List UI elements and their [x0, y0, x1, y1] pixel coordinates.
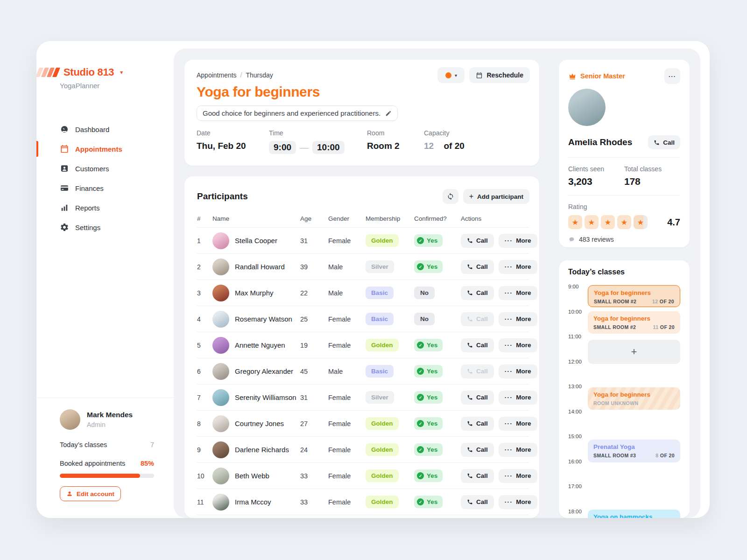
plus-icon: +	[469, 192, 473, 201]
call-button[interactable]: Call	[461, 469, 494, 483]
call-button[interactable]: Call	[461, 364, 494, 378]
trainer-menu-button[interactable]: ···	[664, 68, 680, 84]
sidebar-item[interactable]: Customers	[60, 159, 174, 178]
sidebar-item[interactable]: Finances	[60, 178, 174, 198]
hour-label: 14:00	[568, 409, 582, 414]
edit-account-button[interactable]: Edit account	[60, 486, 121, 501]
event-room: ROOM UNKNOWN	[593, 400, 638, 406]
trainer-call-button[interactable]: Call	[648, 135, 680, 149]
reschedule-label: Reschedule	[486, 71, 523, 79]
refresh-button[interactable]	[443, 189, 458, 204]
sidebar-item[interactable]: Dashboard	[60, 119, 174, 139]
sidebar-item[interactable]: Reports	[60, 198, 174, 217]
participant-gender: Male	[328, 289, 366, 297]
time-to-pill[interactable]: 10:00	[312, 141, 345, 154]
hour-label: 9:00	[568, 284, 578, 289]
event-title: Yoga for beginners	[593, 315, 675, 322]
hour-label: 17:00	[568, 483, 582, 489]
time-from-pill[interactable]: 9:00	[269, 141, 296, 154]
participant-name: Stella Cooper	[235, 237, 300, 245]
user-profile[interactable]: Mark Mendes Admin	[60, 409, 154, 430]
participant-gender: Male	[328, 263, 366, 271]
reviews-count[interactable]: 483 reviews	[579, 236, 614, 243]
col-confirmed: Confirmed?	[414, 215, 461, 222]
phone-icon	[467, 394, 473, 400]
event-title: Yoga on hammocks	[593, 513, 675, 518]
participant-gender: Male	[328, 368, 366, 375]
sidebar-item-label: Settings	[75, 224, 100, 231]
reschedule-button[interactable]: Reschedule	[469, 67, 530, 83]
schedule-event[interactable]: Yoga on hammocks	[588, 510, 680, 518]
more-button[interactable]: ··· More	[499, 364, 537, 378]
schedule-event[interactable]: Prenatal Yoga SMALL ROOM #3 8 OF 20	[588, 440, 680, 462]
page-title: Yoga for beginners	[197, 84, 530, 100]
participant-name: Max Murphy	[235, 289, 300, 297]
row-number: 6	[197, 368, 212, 375]
participant-age: 27	[300, 420, 328, 427]
hour-label: 13:00	[568, 384, 582, 389]
more-button[interactable]: ··· More	[499, 286, 537, 300]
add-participant-button[interactable]: + Add participant	[463, 189, 529, 204]
call-button[interactable]: Call	[461, 417, 494, 431]
call-button[interactable]: Call	[461, 338, 494, 352]
sidebar-item[interactable]: Settings	[60, 217, 174, 237]
phone-icon	[467, 316, 473, 322]
sidebar-item-label: Customers	[75, 165, 109, 173]
sidebar-item[interactable]: Appointments	[60, 139, 174, 159]
row-number: 2	[197, 263, 212, 271]
avatar	[212, 389, 229, 406]
event-capacity: 12 OF 20	[652, 299, 674, 304]
breadcrumb-thursday[interactable]: Thursday	[246, 71, 273, 79]
description-field[interactable]: Good choice for beginners and experience…	[197, 105, 398, 121]
more-button[interactable]: ··· More	[499, 469, 537, 483]
status-dropdown[interactable]: ▾	[437, 67, 465, 83]
table-header: # Name Age Gender Membership Confirmed? …	[197, 210, 529, 228]
capacity-total: of 20	[444, 141, 464, 151]
schedule-event[interactable]: Yoga for beginners SMALL ROOM #2 12 OF 2…	[588, 285, 680, 308]
call-button[interactable]: Call	[461, 234, 494, 248]
participant-gender: Female	[328, 498, 366, 506]
pencil-icon[interactable]	[385, 110, 392, 117]
trainer-stats: Clients seen 3,203 Total classes 178	[568, 165, 680, 187]
membership-badge: Golden	[366, 469, 399, 482]
participant-name: Beth Webb	[235, 472, 300, 480]
membership-badge: Silver	[366, 391, 394, 404]
col-actions: Actions	[461, 215, 529, 222]
more-button[interactable]: ··· More	[499, 443, 537, 457]
add-class-slot: +	[631, 346, 637, 358]
more-button[interactable]: ··· More	[499, 260, 537, 274]
avatar	[212, 441, 229, 458]
call-button[interactable]: Call	[461, 443, 494, 457]
schedule-event[interactable]: Yoga for beginners SMALL ROOM #2 11 OF 2…	[588, 311, 680, 334]
confirmed-no-badge: No	[414, 287, 435, 299]
confirmed-yes-badge: ✓ Yes	[414, 234, 443, 247]
sidebar-item-label: Dashboard	[75, 126, 109, 133]
more-button[interactable]: ··· More	[499, 417, 537, 431]
ellipsis-icon: ···	[505, 315, 513, 322]
star-icon: ★	[568, 215, 582, 229]
participant-name: Gregory Alexander	[235, 367, 300, 375]
schedule-event[interactable]: Yoga for beginners ROOM UNKNOWN	[588, 387, 680, 410]
table-body: 1 Stella Cooper 31 Female Golden ✓ Yes	[197, 228, 529, 515]
call-button[interactable]: Call	[461, 391, 494, 405]
logo[interactable]: Studio 813 ▾	[37, 66, 174, 78]
phone-icon	[467, 342, 473, 348]
call-button[interactable]: Call	[461, 286, 494, 300]
breadcrumb-appointments[interactable]: Appointments	[197, 71, 237, 79]
call-button[interactable]: Call	[461, 312, 494, 326]
schedule-timeline: 9:00 10:00 11:00 12:00 13:00 14:00 15:00	[568, 284, 680, 518]
more-button[interactable]: ··· More	[499, 312, 537, 326]
schedule-event[interactable]: +	[588, 340, 680, 364]
star-icon: ★	[601, 215, 615, 229]
bar-chart-icon	[60, 203, 69, 212]
call-button[interactable]: Call	[461, 260, 494, 274]
more-button[interactable]: ··· More	[499, 234, 537, 248]
more-button[interactable]: ··· More	[499, 495, 537, 509]
phone-icon	[467, 264, 473, 270]
call-button[interactable]: Call	[461, 495, 494, 509]
more-button[interactable]: ··· More	[499, 338, 537, 352]
more-button[interactable]: ··· More	[499, 391, 537, 405]
todays-classes-card: Today’s classes 9:00 10:00 11:00 12:00 1…	[559, 260, 690, 518]
col-gender: Gender	[328, 215, 366, 222]
chevron-down-icon[interactable]: ▾	[120, 69, 123, 76]
